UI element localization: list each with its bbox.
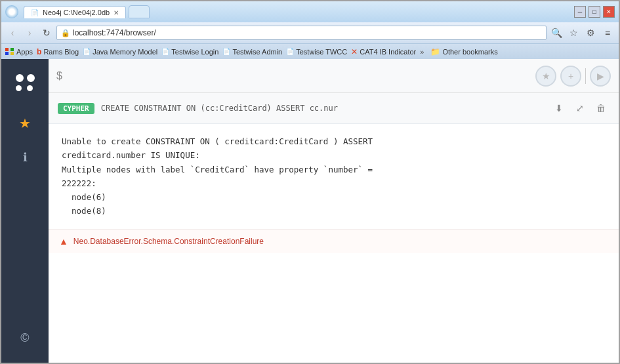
main-layout: ★ ℹ © $ ★ xyxy=(1,59,619,363)
testwise-admin-icon: 📄 xyxy=(222,48,230,55)
expand-icon: ⤢ xyxy=(576,103,584,113)
query-preview: CREATE CONSTRAINT ON (cc:CreditCard) ASS… xyxy=(101,104,544,113)
window-controls: ─ □ ✕ xyxy=(574,6,615,18)
window-frame: ○ 📄 Neo4j C:\Ne04j2.0db ✕ ─ □ ✕ ‹ › ↻ 🔒 … xyxy=(0,0,620,364)
title-bar: ○ 📄 Neo4j C:\Ne04j2.0db ✕ ─ □ ✕ xyxy=(1,1,619,22)
bookmark-testwise-twcc[interactable]: 📄 Testwise TWCC xyxy=(286,48,347,56)
error-triangle-icon: ▲ xyxy=(59,236,68,247)
title-bar-left: ○ 📄 Neo4j C:\Ne04j2.0db ✕ xyxy=(5,5,150,18)
result-panel[interactable]: CYPHER CREATE CONSTRAINT ON (cc:CreditCa… xyxy=(49,93,619,363)
search-btn[interactable]: 🔍 xyxy=(549,26,564,40)
testwise-login-label: Testwise Login xyxy=(171,48,218,56)
query-actions: ★ + ▶ xyxy=(535,66,611,87)
apps-label: Apps xyxy=(16,48,33,56)
java-memory-icon: 📄 xyxy=(83,48,91,55)
testwise-admin-label: Testwise Admin xyxy=(232,48,282,56)
query-input[interactable] xyxy=(70,71,530,81)
logo-dot-2 xyxy=(27,74,35,82)
error-footer: ▲ Neo.DatabaseError.Schema.ConstraintCre… xyxy=(49,229,619,253)
bookmark-java-memory[interactable]: 📄 Java Memory Model xyxy=(83,48,157,56)
run-icon: ▶ xyxy=(597,71,604,81)
bookmark-apps[interactable]: Apps xyxy=(5,48,33,56)
result-actions: ⬇ ⤢ 🗑 xyxy=(550,100,610,117)
bookmark-testwise-admin[interactable]: 📄 Testwise Admin xyxy=(222,48,282,56)
rams-blog-label: Rams Blog xyxy=(43,48,79,56)
apps-grid-icon xyxy=(5,48,14,55)
logo-dot-4 xyxy=(27,85,33,91)
bookmark-cat4[interactable]: ✕ CAT4 IB Indicator xyxy=(351,47,416,56)
error-message: Unable to create CONSTRAINT ON ( creditc… xyxy=(62,134,606,218)
rams-blog-icon: b xyxy=(37,47,41,56)
error-content: Unable to create CONSTRAINT ON ( creditc… xyxy=(49,124,619,229)
expand-btn[interactable]: ⤢ xyxy=(571,100,589,117)
bookmarks-more-btn[interactable]: » xyxy=(420,48,424,56)
delete-icon: 🗑 xyxy=(596,103,606,113)
sidebar-bottom: © xyxy=(20,321,29,355)
forward-btn[interactable]: › xyxy=(22,26,37,40)
java-memory-label: Java Memory Model xyxy=(93,48,157,56)
bookmark-testwise-login[interactable]: 📄 Testwise Login xyxy=(161,48,218,56)
result-header: CYPHER CREATE CONSTRAINT ON (cc:CreditCa… xyxy=(49,93,619,124)
tab-close-btn[interactable]: ✕ xyxy=(114,9,119,16)
logo-dot-1 xyxy=(16,74,24,82)
download-btn[interactable]: ⬇ xyxy=(550,100,568,117)
testwise-twcc-label: Testwise TWCC xyxy=(296,48,347,56)
new-tab-btn[interactable] xyxy=(129,5,150,18)
delete-btn[interactable]: 🗑 xyxy=(592,100,610,117)
close-btn[interactable]: ✕ xyxy=(603,6,615,18)
minimize-btn[interactable]: ─ xyxy=(574,6,586,18)
sidebar: ★ ℹ © xyxy=(1,59,49,363)
bookmark-other-folder[interactable]: 📁 Other bookmarks xyxy=(430,47,497,56)
back-btn[interactable]: ‹ xyxy=(5,26,20,40)
folder-icon: 📁 xyxy=(430,47,440,56)
content-area: $ ★ + ▶ C xyxy=(49,59,619,363)
menu-btn[interactable]: ≡ xyxy=(600,26,615,40)
copyright-icon: © xyxy=(20,331,29,345)
settings-btn[interactable]: ⚙ xyxy=(583,26,598,40)
star-icon: ★ xyxy=(19,115,31,131)
favorite-query-btn[interactable]: ★ xyxy=(535,66,556,87)
logo-dots xyxy=(16,74,35,91)
tab-label: Neo4j C:\Ne04j2.0db xyxy=(43,9,110,16)
browser-logo: ○ xyxy=(5,5,18,18)
error-code-link[interactable]: Neo.DatabaseError.Schema.ConstraintCreat… xyxy=(73,237,264,246)
bookmarks-bar: Apps b Rams Blog 📄 Java Memory Model 📄 T… xyxy=(1,43,619,59)
query-bar: $ ★ + ▶ xyxy=(49,59,619,93)
address-bar[interactable]: 🔒 localhost:7474/browser/ xyxy=(56,26,547,40)
testwise-twcc-icon: 📄 xyxy=(286,48,294,55)
dollar-sign: $ xyxy=(56,70,62,82)
plus-action-icon: + xyxy=(568,71,573,81)
address-bar-icon: 🔒 xyxy=(61,29,70,37)
logo-dot-3 xyxy=(16,85,22,91)
bookmark-star-btn[interactable]: ☆ xyxy=(566,26,581,40)
run-query-btn[interactable]: ▶ xyxy=(590,66,611,87)
tab-area: 📄 Neo4j C:\Ne04j2.0db ✕ xyxy=(24,5,150,18)
maximize-btn[interactable]: □ xyxy=(589,6,600,18)
navigation-toolbar: ‹ › ↻ 🔒 localhost:7474/browser/ 🔍 ☆ ⚙ ≡ xyxy=(1,22,619,43)
other-bookmarks-label: Other bookmarks xyxy=(442,48,497,56)
info-icon: ℹ xyxy=(23,150,28,165)
sidebar-item-info[interactable]: ℹ xyxy=(1,140,49,174)
refresh-btn[interactable]: ↻ xyxy=(39,26,54,40)
download-icon: ⬇ xyxy=(555,103,563,113)
testwise-login-icon: 📄 xyxy=(161,48,169,55)
address-text: localhost:7474/browser/ xyxy=(73,28,542,37)
sidebar-item-copyright[interactable]: © xyxy=(20,321,29,355)
cat4-label: CAT4 IB Indicator xyxy=(360,48,416,56)
neo4j-logo xyxy=(9,67,41,98)
action-divider xyxy=(585,68,586,84)
star-action-icon: ★ xyxy=(542,71,550,81)
sidebar-item-favorites[interactable]: ★ xyxy=(1,106,49,140)
active-tab[interactable]: 📄 Neo4j C:\Ne04j2.0db ✕ xyxy=(24,6,126,18)
cat4-icon: ✕ xyxy=(351,47,358,56)
cypher-badge: CYPHER xyxy=(58,103,94,114)
add-query-btn[interactable]: + xyxy=(560,66,581,87)
bookmark-rams-blog[interactable]: b Rams Blog xyxy=(37,47,79,56)
